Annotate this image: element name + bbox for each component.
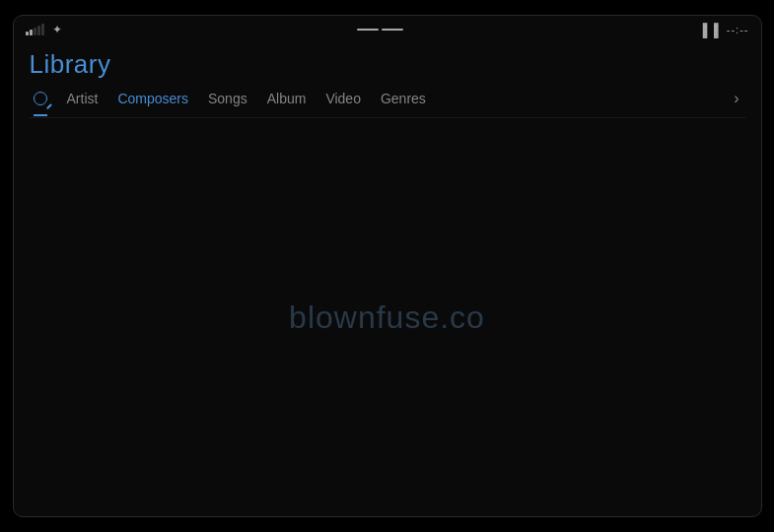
status-right: ▐▐ --:--: [698, 23, 748, 37]
tab-songs[interactable]: Songs: [198, 87, 257, 110]
status-center: [357, 29, 403, 31]
signal-bar-1: [26, 32, 29, 35]
menu-line-2: [382, 29, 403, 31]
content-area: blownfuse.co: [14, 118, 761, 516]
tab-search[interactable]: [30, 88, 57, 109]
bluetooth-icon: ✦: [52, 23, 62, 36]
tab-video[interactable]: Video: [316, 87, 371, 110]
signal-bar-5: [41, 24, 44, 35]
tab-genres[interactable]: Genres: [371, 87, 436, 110]
nav-tabs: Artist Composers Songs Album Video Genre…: [30, 86, 745, 118]
signal-bar-4: [37, 26, 40, 35]
nav-more-button[interactable]: ›: [728, 86, 744, 111]
signal-bar-3: [34, 28, 36, 35]
watermark: blownfuse.co: [289, 299, 485, 336]
status-left: ✦: [26, 23, 62, 36]
signal-bars: [26, 24, 44, 35]
search-icon: [34, 92, 47, 105]
signal-bar-2: [30, 30, 33, 35]
status-bar: ✦ ▐▐ --:--: [14, 16, 761, 43]
time-display: --:--: [727, 24, 749, 35]
tab-composers[interactable]: Composers: [107, 87, 198, 110]
device-frame: ✦ ▐▐ --:-- Library Artist Composers Song…: [13, 15, 762, 517]
tab-album[interactable]: Album: [257, 87, 317, 110]
library-title: Library: [30, 49, 745, 80]
tab-artist[interactable]: Artist: [57, 87, 108, 110]
header: Library Artist Composers Songs Album Vid…: [14, 43, 761, 118]
menu-line-1: [357, 29, 379, 31]
pause-icon: ▐▐: [698, 23, 720, 37]
